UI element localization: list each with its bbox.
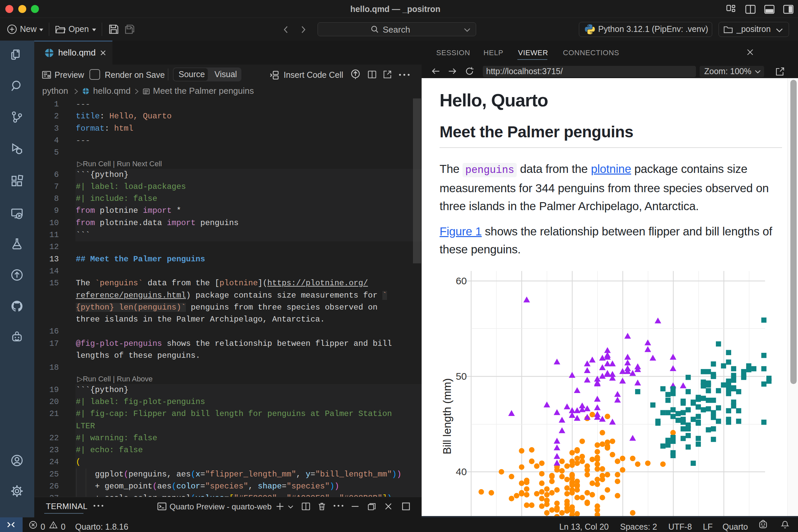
svg-text:Bill length (mm): Bill length (mm) — [441, 378, 453, 454]
svg-text:40: 40 — [456, 466, 467, 477]
svg-text:60: 60 — [456, 275, 467, 286]
svg-text:50: 50 — [456, 371, 467, 382]
